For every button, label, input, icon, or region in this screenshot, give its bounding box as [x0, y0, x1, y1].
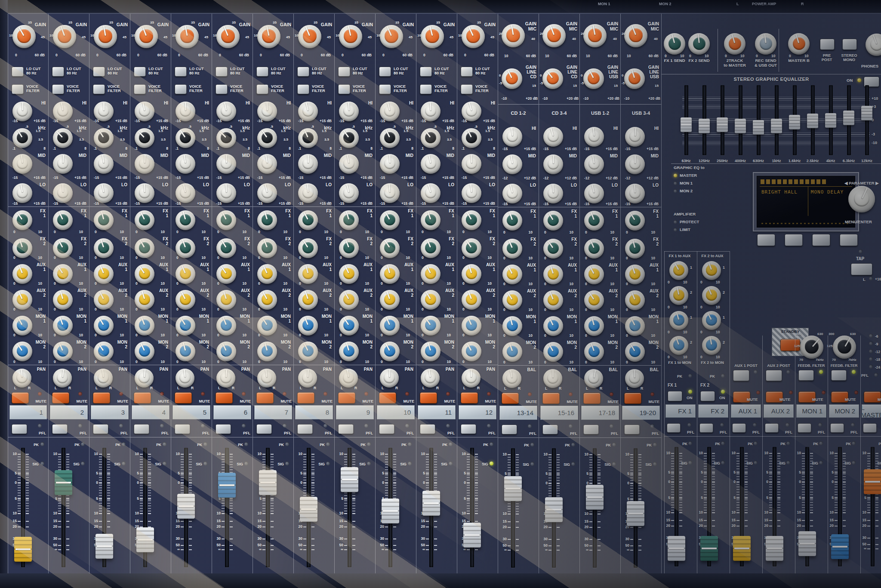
mute-button[interactable] [379, 392, 396, 403]
geq-slider-cap[interactable] [825, 113, 836, 128]
gain-line-knob[interactable] [502, 68, 522, 89]
master-b-knob[interactable] [788, 33, 810, 55]
gain-knob[interactable] [462, 25, 485, 48]
mon-2-send-knob[interactable] [625, 342, 645, 362]
eq-khz-knob[interactable] [176, 128, 195, 148]
eq-mid-knob[interactable] [543, 154, 563, 174]
eq-mid-knob[interactable] [380, 154, 400, 174]
pfl-button[interactable] [583, 425, 599, 434]
lo-cut-button[interactable] [52, 67, 64, 77]
lo-cut-button[interactable] [175, 67, 187, 77]
fx-1-send-knob[interactable] [135, 210, 154, 230]
geq-slider-cap[interactable] [771, 119, 782, 133]
mon-2-send-knob[interactable] [584, 342, 604, 362]
pan-knob[interactable] [298, 369, 317, 388]
mute-button[interactable] [134, 392, 151, 403]
geq-slider-cap[interactable] [717, 117, 728, 132]
eq-lo-knob[interactable] [53, 183, 73, 203]
fader-cap[interactable] [136, 527, 154, 552]
mon-2-send-knob[interactable] [257, 342, 277, 361]
pan-knob[interactable] [53, 369, 72, 388]
pfl-button[interactable] [420, 424, 435, 434]
mon-2-send-knob[interactable] [380, 342, 400, 361]
geq-slider-cap[interactable] [789, 115, 800, 129]
mon-2-send-knob[interactable] [298, 342, 318, 361]
voice-button[interactable] [379, 84, 391, 94]
rec-send-knob[interactable] [755, 33, 776, 55]
aux-post-button[interactable] [766, 370, 782, 381]
pan-knob[interactable] [339, 369, 358, 388]
eq-khz-knob[interactable] [94, 128, 114, 148]
pfl-button[interactable] [732, 423, 746, 433]
mute-button[interactable] [502, 393, 519, 404]
fx-1-send-knob[interactable] [380, 210, 400, 230]
geq-slider-cap[interactable] [843, 111, 854, 125]
pfl-button[interactable] [338, 424, 354, 434]
mon-2-send-knob[interactable] [462, 342, 481, 361]
gain-knob[interactable] [216, 25, 240, 48]
fader-cap[interactable] [668, 536, 685, 561]
display-function-button[interactable] [840, 234, 858, 246]
eq-mid-knob[interactable] [12, 154, 32, 174]
lo-cut-button[interactable] [134, 67, 146, 77]
fx-1-send-knob[interactable] [462, 210, 481, 230]
fader-track[interactable] [470, 448, 474, 567]
pfl-button[interactable] [863, 423, 877, 433]
gain-knob[interactable] [94, 25, 117, 48]
eq-khz-knob[interactable] [380, 128, 400, 148]
mute-button[interactable] [338, 392, 355, 403]
mute-button[interactable] [420, 392, 437, 403]
fader-cap[interactable] [545, 497, 563, 522]
gain-knob[interactable] [339, 25, 362, 48]
voice-button[interactable] [420, 84, 432, 94]
eq-lo-knob[interactable] [502, 184, 522, 203]
mute-button[interactable] [461, 392, 478, 403]
eq-lo-knob[interactable] [135, 183, 154, 203]
balance-knob[interactable] [584, 369, 603, 388]
fx-1-send-knob[interactable] [94, 210, 114, 230]
eq-lo-knob[interactable] [339, 183, 359, 203]
pfl-button[interactable] [52, 424, 68, 434]
fx2-to-mon1-knob[interactable] [702, 311, 721, 330]
fader-cap[interactable] [733, 536, 751, 561]
eq-mid-knob[interactable] [502, 154, 522, 174]
pan-knob[interactable] [421, 369, 440, 388]
mute-button[interactable] [93, 392, 110, 403]
eq-mid-knob[interactable] [257, 154, 277, 174]
geq-slider-cap[interactable] [735, 119, 746, 133]
fx1-to-aux2-knob[interactable] [669, 286, 688, 305]
geq-slider-cap[interactable] [699, 119, 710, 133]
eq-khz-knob[interactable] [12, 128, 32, 148]
feedb-filter-button[interactable] [798, 370, 814, 381]
fx-1-send-knob[interactable] [421, 210, 440, 230]
fader-cap[interactable] [463, 523, 481, 548]
fader-cap[interactable] [341, 467, 358, 492]
fx1-to-mon1-knob[interactable] [669, 311, 688, 330]
mute-button[interactable] [297, 392, 314, 403]
eq-mid-knob[interactable] [462, 154, 481, 174]
eq-lo-knob[interactable] [584, 184, 604, 203]
lo-cut-button[interactable] [216, 67, 228, 77]
gain-knob[interactable] [176, 25, 199, 48]
balance-knob[interactable] [625, 369, 644, 388]
feedback-filter-knob[interactable] [800, 336, 823, 359]
mon-2-send-knob[interactable] [502, 342, 522, 362]
pfl-button[interactable] [542, 425, 558, 434]
eq-mid-knob[interactable] [176, 154, 195, 174]
eq-khz-knob[interactable] [298, 128, 318, 148]
pan-knob[interactable] [135, 369, 154, 388]
eq-mid-knob[interactable] [339, 154, 359, 174]
mon-2-send-knob[interactable] [94, 342, 114, 361]
voice-button[interactable] [52, 84, 64, 94]
pfl-button[interactable] [667, 423, 681, 433]
geq-slider-cap[interactable] [681, 117, 692, 132]
eq-hi-knob[interactable] [543, 127, 563, 147]
fader-cap[interactable] [177, 494, 195, 519]
fader-track[interactable] [348, 448, 351, 567]
geq-slider-cap[interactable] [861, 106, 872, 120]
gain-line-knob[interactable] [583, 68, 604, 89]
geq-slider-cap[interactable] [807, 114, 818, 128]
eq-mid-knob[interactable] [94, 154, 114, 174]
display-function-button[interactable] [757, 234, 775, 246]
fader-cap[interactable] [55, 470, 72, 495]
